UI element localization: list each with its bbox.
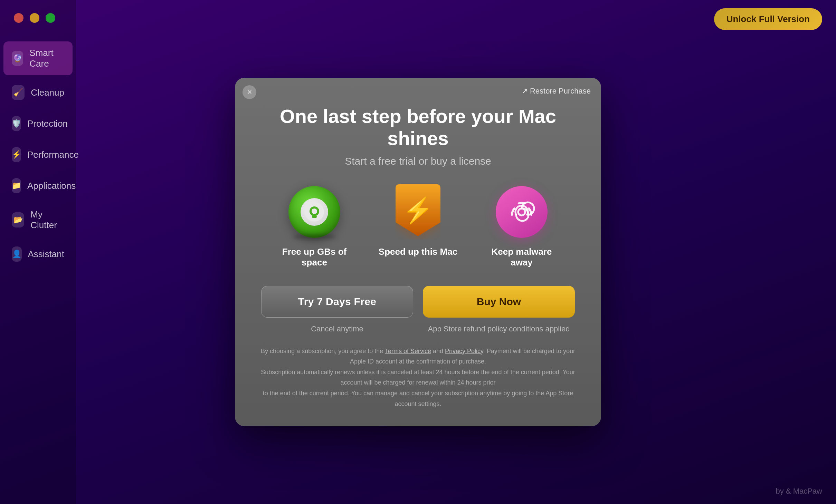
restore-purchase-label: Restore Purchase bbox=[530, 87, 591, 96]
privacy-policy-link[interactable]: Privacy Policy bbox=[445, 348, 483, 355]
features-row: Free up GBs of space bbox=[256, 184, 580, 268]
cleanup-feature-icon bbox=[287, 184, 342, 240]
space-icon-inner bbox=[301, 198, 328, 226]
modal-title: One last step before your Mac shines bbox=[256, 105, 580, 150]
modal-overlay: ✕ ↗ Restore Purchase One last step befor… bbox=[0, 0, 836, 504]
close-icon: ✕ bbox=[247, 88, 252, 96]
malware-icon-bg bbox=[496, 186, 548, 238]
svg-rect-3 bbox=[312, 216, 317, 218]
try-free-button[interactable]: Try 7 Days Free bbox=[261, 286, 413, 318]
feature-cleanup-label: Free up GBs of space bbox=[273, 246, 356, 268]
button-subtext-row: Cancel anytime App Store refund policy c… bbox=[256, 324, 580, 333]
svg-text:⚡: ⚡ bbox=[402, 196, 434, 225]
modal-subtitle: Start a free trial or buy a license bbox=[256, 155, 580, 167]
biohazard-svg bbox=[504, 195, 539, 229]
upsell-modal: ✕ ↗ Restore Purchase One last step befor… bbox=[235, 78, 601, 426]
face-svg bbox=[304, 202, 325, 222]
feature-speed: ⚡ Speed up this Mac bbox=[377, 184, 459, 268]
space-icon-bg bbox=[288, 186, 340, 238]
restore-purchase-arrow-icon: ↗ bbox=[522, 87, 528, 96]
cta-buttons-row: Try 7 Days Free Buy Now bbox=[256, 286, 580, 318]
speed-icon-wrap: ⚡ bbox=[396, 184, 440, 240]
terms-of-service-link[interactable]: Terms of Service bbox=[385, 348, 431, 355]
buy-now-button[interactable]: Buy Now bbox=[423, 286, 575, 318]
try-subtext: Cancel anytime bbox=[261, 324, 413, 333]
feature-cleanup: Free up GBs of space bbox=[273, 184, 356, 268]
malware-feature-icon bbox=[494, 184, 549, 240]
svg-point-2 bbox=[312, 209, 317, 214]
buy-subtext: App Store refund policy conditions appli… bbox=[423, 324, 575, 333]
feature-malware-label: Keep malware away bbox=[480, 246, 563, 268]
speed-feature-icon: ⚡ bbox=[390, 184, 446, 240]
legal-text: By choosing a subscription, you agree to… bbox=[256, 346, 580, 409]
speed-badge-svg: ⚡ bbox=[396, 184, 440, 240]
restore-purchase-link[interactable]: ↗ Restore Purchase bbox=[522, 87, 591, 96]
feature-speed-label: Speed up this Mac bbox=[379, 246, 457, 257]
feature-malware: Keep malware away bbox=[480, 184, 563, 268]
modal-close-button[interactable]: ✕ bbox=[243, 85, 256, 99]
